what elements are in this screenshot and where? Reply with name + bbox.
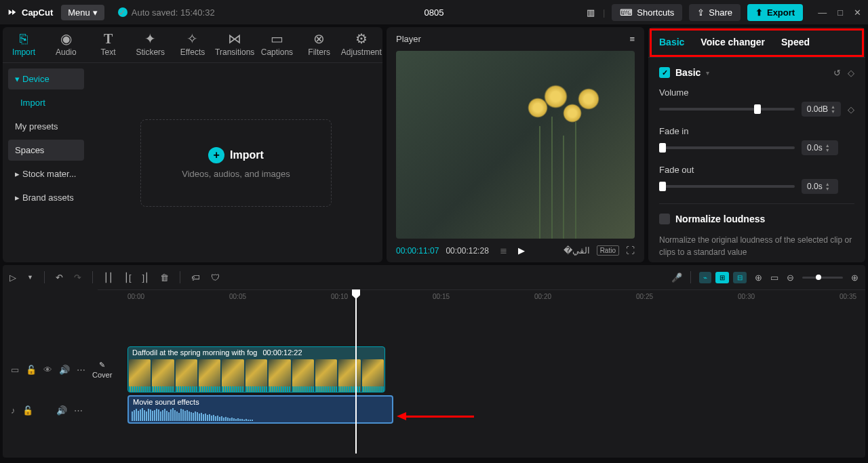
track-eye-icon[interactable]: 👁	[43, 365, 52, 375]
layout-icon[interactable]: ▥	[585, 7, 596, 18]
snap-magnet[interactable]: ⌁	[699, 272, 711, 283]
undo-button[interactable]: ↶	[56, 273, 63, 283]
zoom-in-button[interactable]: ⊕	[851, 273, 859, 283]
basic-title: Basic	[675, 67, 701, 78]
player-menu-icon[interactable]: ≡	[629, 34, 635, 44]
media-tabs: ⎘Import ◉Audio TText ✦Stickers ✧Effects …	[3, 27, 382, 63]
normalize-description: Normalize the original loudness of the s…	[659, 234, 854, 258]
video-clip[interactable]: Daffodil at the spring morning with fog …	[127, 346, 385, 392]
zoom-out-button[interactable]: ⊖	[787, 273, 794, 283]
undo-icon[interactable]: ↺	[833, 68, 841, 78]
import-dropzone[interactable]: +Import Videos, audios, and images	[140, 119, 331, 207]
captions-icon: ▭	[271, 31, 283, 46]
tab-audio[interactable]: ◉Audio	[45, 27, 87, 62]
sidebar-item-brand[interactable]: ▸Brand assets	[8, 187, 84, 208]
fadein-slider[interactable]	[659, 146, 795, 149]
normalize-checkbox[interactable]	[659, 214, 670, 224]
export-button[interactable]: ⬆ Export	[747, 4, 803, 21]
playhead[interactable]	[355, 291, 357, 454]
sidebar-item-import[interactable]: Import	[8, 92, 84, 113]
audio-track-icon[interactable]: ♪	[11, 405, 16, 416]
sidebar-item-spaces[interactable]: Spaces	[8, 140, 84, 161]
pointer-tool[interactable]: ▷	[9, 273, 16, 283]
timeline-toolbar: ▷ ▼ ↶ ↷ ⎮⎮ ⎮[ ]⎮ 🗑 🏷 🛡 🎤 ⌁ ⊞ ⊟ ⊕ ▭ ⊖ ⊕	[3, 265, 865, 289]
timeline-ruler[interactable]: 00:00 00:05 00:10 00:15 00:20 00:25 00:3…	[98, 289, 865, 306]
caret-right-icon: ▸	[15, 193, 20, 203]
tab-text[interactable]: TText	[87, 27, 129, 62]
player-title: Player	[396, 34, 421, 44]
audio-icon: ◉	[60, 31, 72, 46]
zoom-slider[interactable]	[802, 277, 843, 279]
player-panel: Player ≡ 00:00:11:07 00:00:12:28 ≣ ▶ �ال…	[387, 27, 644, 262]
snap-link[interactable]: ⊟	[733, 272, 747, 283]
sidebar-item-stock[interactable]: ▸Stock mater...	[8, 163, 84, 184]
tab-effects[interactable]: ✧Effects	[172, 27, 214, 62]
maximize-button[interactable]: □	[837, 7, 843, 18]
audio-clip[interactable]: Movie sound effects	[127, 395, 393, 424]
tab-filters[interactable]: ⊗Filters	[298, 27, 340, 62]
track-lock-icon[interactable]: 🔓	[26, 365, 37, 375]
project-title[interactable]: 0805	[425, 7, 444, 18]
track-mute-icon[interactable]: 🔊	[59, 365, 70, 375]
plus-icon: +	[208, 147, 224, 163]
inspector-panel: Basic Voice changer Speed ✓ Basic ▾ ↺ ◇ …	[648, 27, 865, 262]
split-button[interactable]: ⎮⎮	[104, 273, 113, 283]
tab-voice-changer[interactable]: Voice changer	[701, 37, 765, 47]
normalize-title: Normalize loudness	[675, 214, 765, 224]
track-more-icon[interactable]: ⋯	[77, 365, 85, 375]
share-button[interactable]: ⇪ Share	[689, 4, 741, 21]
shield-button[interactable]: 🛡	[211, 273, 220, 283]
audio-more-icon[interactable]: ⋯	[74, 405, 83, 416]
keyboard-icon: ⌨	[620, 7, 633, 18]
close-button[interactable]: ✕	[854, 7, 861, 18]
delete-button[interactable]: 🗑	[160, 273, 169, 283]
audio-mute-icon[interactable]: 🔊	[56, 405, 67, 416]
player-preview[interactable]	[396, 51, 635, 239]
caret-right-icon: ▸	[15, 169, 20, 179]
tab-basic[interactable]: Basic	[659, 37, 684, 47]
menu-button[interactable]: Menu ▾	[61, 5, 104, 20]
fadeout-value[interactable]: 0.0s▲▼	[802, 179, 838, 194]
fadein-value[interactable]: 0.0s▲▼	[802, 140, 838, 155]
keyframe-icon[interactable]: ◇	[848, 68, 854, 78]
pointer-dropdown[interactable]: ▼	[27, 274, 33, 281]
focus-icon[interactable]: �القي	[564, 245, 590, 256]
minimize-button[interactable]: —	[818, 7, 827, 18]
track-toggle[interactable]: ▭	[770, 273, 778, 283]
tab-adjustment[interactable]: ⚙Adjustment	[340, 27, 382, 62]
track-visibility-icon[interactable]: ▭	[11, 365, 19, 375]
split-left-button[interactable]: ⎮[	[124, 273, 132, 283]
app-logo: CapCut	[7, 7, 53, 18]
split-right-button[interactable]: ]⎮	[142, 273, 150, 283]
sidebar-item-presets[interactable]: My presets	[8, 116, 84, 137]
audio-track: ♪ 🔓 🔊 ⋯ Movie sound effects	[3, 394, 865, 426]
volume-slider[interactable]	[659, 108, 795, 110]
audio-lock-icon[interactable]: 🔓	[22, 405, 33, 416]
tab-import[interactable]: ⎘Import	[3, 27, 45, 62]
volume-keyframe-icon[interactable]: ◇	[848, 104, 854, 115]
volume-value[interactable]: 0.0dB▲▼	[802, 102, 841, 117]
redo-button[interactable]: ↷	[74, 273, 81, 283]
snap-align[interactable]: ⊞	[715, 272, 729, 283]
import-subtitle: Videos, audios, and images	[182, 169, 290, 179]
audio-clip-name: Movie sound effects	[133, 398, 199, 406]
preview-toggle[interactable]: ⊕	[755, 273, 762, 283]
marker-button[interactable]: 🏷	[191, 273, 200, 283]
list-icon[interactable]: ≣	[500, 245, 507, 256]
mic-button[interactable]: 🎤	[671, 273, 682, 283]
basic-checkbox[interactable]: ✓	[659, 67, 670, 78]
shortcuts-button[interactable]: ⌨ Shortcuts	[612, 4, 682, 21]
caret-down-icon: ▾	[15, 74, 20, 84]
tab-stickers[interactable]: ✦Stickers	[130, 27, 172, 62]
fullscreen-icon[interactable]: ⛶	[626, 245, 635, 256]
stickers-icon: ✦	[144, 31, 156, 46]
play-button[interactable]: ▶	[518, 245, 525, 256]
tab-transitions[interactable]: ⋈Transitions	[214, 27, 256, 62]
timeline: 00:00 00:05 00:10 00:15 00:20 00:25 00:3…	[3, 289, 865, 458]
tab-captions[interactable]: ▭Captions	[256, 27, 298, 62]
sidebar-item-device[interactable]: ▾Device	[8, 68, 84, 89]
ratio-button[interactable]: Ratio	[597, 245, 619, 256]
clip-name: Daffodil at the spring morning with fog	[132, 348, 257, 357]
fadeout-slider[interactable]	[659, 185, 795, 188]
tab-speed[interactable]: Speed	[781, 37, 810, 47]
